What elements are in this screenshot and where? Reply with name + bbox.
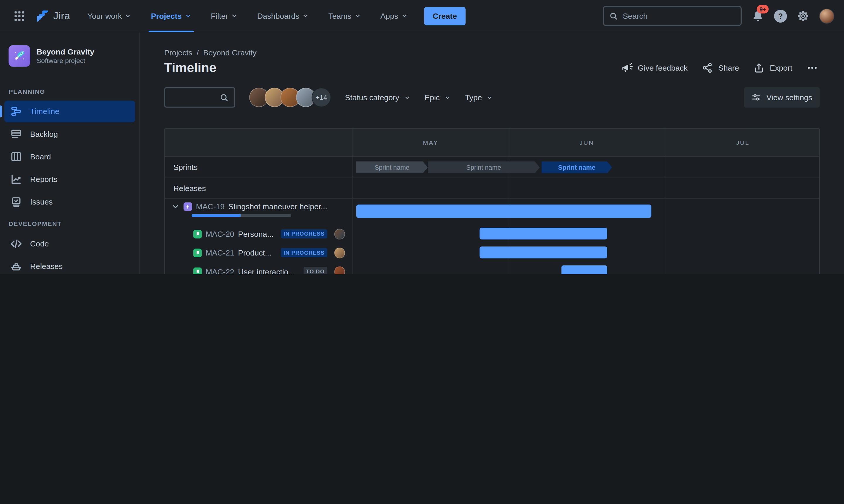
sidebar-item-issues[interactable]: Issues: [4, 191, 135, 213]
export-icon: [753, 62, 765, 74]
assignee-avatar[interactable]: [335, 247, 345, 258]
top-navigation: Jira Your work Projects Filter Dashboard…: [0, 0, 844, 32]
filter-bar: +14 Status category Epic Type: [140, 75, 844, 108]
status-badge: IN PROGRESS: [281, 248, 327, 257]
ellipsis-icon: [806, 62, 818, 74]
status-category-dropdown[interactable]: Status category: [345, 93, 411, 102]
backlog-icon: [10, 127, 22, 140]
issue-timeline-bar[interactable]: [480, 247, 607, 258]
chevron-down-icon: [184, 12, 191, 19]
sprint-name: Sprint name: [466, 163, 501, 171]
releases-label: Releases: [165, 184, 206, 193]
issue-title: Slingshot maneuver helper...: [228, 202, 327, 211]
more-actions-button[interactable]: [806, 62, 818, 74]
nav-apps[interactable]: Apps: [373, 0, 415, 32]
assignee-avatar[interactable]: [335, 266, 345, 274]
help-button[interactable]: ?: [774, 10, 787, 22]
sidebar-item-backlog[interactable]: Backlog: [4, 123, 135, 145]
issue-key: MAC-20: [206, 230, 234, 238]
month-label: MAY: [353, 129, 509, 157]
section-label-development: DEVELOPMENT: [0, 213, 140, 232]
issue-row[interactable]: MAC-22 User interactio... TO DO: [165, 262, 819, 274]
share-button[interactable]: Share: [702, 62, 739, 74]
timeline-panel: MAY JUN JUL Sprints Sprint name Sprint n…: [164, 128, 820, 274]
chevron-down-icon: [401, 12, 408, 19]
timeline-search-input[interactable]: [164, 87, 235, 108]
type-dropdown[interactable]: Type: [465, 93, 493, 102]
avatar-overflow-badge[interactable]: +14: [311, 88, 331, 107]
jira-logo-icon: [37, 10, 50, 22]
breadcrumb-projects[interactable]: Projects: [164, 48, 192, 57]
view-settings-button[interactable]: View settings: [744, 87, 820, 108]
nav-label: Your work: [87, 12, 122, 20]
jira-timeline-page: Jira Your work Projects Filter Dashboard…: [0, 0, 844, 274]
chevron-down-icon: [354, 12, 361, 19]
assignee-avatar[interactable]: [335, 229, 345, 239]
project-name: Beyond Gravity: [37, 48, 94, 56]
chevron-down-icon: [231, 12, 238, 19]
chevron-down-icon: [125, 12, 131, 19]
nav-label: Filter: [211, 12, 228, 20]
sidebar-item-releases[interactable]: Releases: [4, 255, 135, 274]
rocket-icon: [12, 49, 26, 63]
issue-row[interactable]: MAC-21 Product... IN PROGRESS: [165, 243, 819, 262]
issue-key: MAC-19: [196, 202, 225, 211]
header-actions: Give feedback Share Export: [621, 62, 818, 74]
issue-row[interactable]: MAC-20 Persona... IN PROGRESS: [165, 224, 819, 243]
progress-segment: [192, 214, 240, 217]
issue-title: Persona...: [238, 230, 273, 238]
sprint-name: Sprint name: [375, 163, 409, 171]
app-switcher-icon[interactable]: [10, 6, 29, 25]
create-button[interactable]: Create: [424, 7, 466, 25]
project-header[interactable]: Beyond Gravity Software project: [0, 45, 140, 80]
reports-icon: [10, 173, 22, 186]
notification-count-badge: 9+: [757, 5, 768, 13]
issue-timeline-bar[interactable]: [561, 266, 608, 274]
nav-dashboards[interactable]: Dashboards: [250, 0, 317, 32]
chevron-down-icon: [403, 94, 411, 101]
main-content: Projects / Beyond Gravity Timeline Give …: [140, 32, 844, 274]
chevron-down-icon: [302, 12, 309, 19]
title-bar: Timeline Give feedback: [140, 57, 844, 75]
sidebar-item-board[interactable]: Board: [4, 146, 135, 167]
story-icon: [193, 249, 202, 257]
nav-teams[interactable]: Teams: [321, 0, 369, 32]
issue-title: User interactio...: [238, 267, 295, 274]
issue-timeline-bar[interactable]: [480, 228, 607, 239]
sidebar-item-label: Board: [30, 152, 51, 161]
nav-projects[interactable]: Projects: [143, 0, 199, 32]
epic-dropdown[interactable]: Epic: [425, 93, 451, 102]
sidebar-item-reports[interactable]: Reports: [4, 168, 135, 190]
breadcrumb-project-name[interactable]: Beyond Gravity: [203, 48, 256, 57]
user-avatar[interactable]: [820, 8, 834, 23]
jira-logo[interactable]: Jira: [33, 10, 76, 22]
nav-label: Apps: [380, 12, 398, 20]
assignee-avatar-group[interactable]: +14: [249, 88, 331, 107]
nav-your-work[interactable]: Your work: [80, 0, 139, 32]
sidebar-item-label: Issues: [30, 198, 53, 206]
epic-chart-cell: [352, 199, 819, 224]
timeline-header-row: MAY JUN JUL: [165, 129, 819, 157]
give-feedback-button[interactable]: Give feedback: [621, 62, 687, 74]
story-icon: [193, 267, 202, 274]
sidebar-item-code[interactable]: Code: [4, 233, 135, 254]
sprint-bar[interactable]: Sprint name: [428, 161, 540, 173]
settings-gear-icon[interactable]: [796, 10, 809, 22]
sprints-row: Sprints Sprint name Sprint name Sprint n…: [165, 157, 819, 178]
search-placeholder: Search: [623, 12, 647, 20]
sprint-bar[interactable]: Sprint name: [356, 161, 428, 173]
global-search-input[interactable]: Search: [603, 6, 742, 26]
epic-row[interactable]: MAC-19 Slingshot maneuver helper...: [165, 199, 819, 224]
issue-key: MAC-22: [206, 267, 234, 274]
nav-filter[interactable]: Filter: [203, 0, 246, 32]
epic-icon: [183, 202, 192, 211]
notifications-button[interactable]: 9+: [751, 10, 764, 22]
sprint-bar-active[interactable]: Sprint name: [542, 161, 612, 173]
export-button[interactable]: Export: [753, 62, 792, 74]
chevron-down-icon[interactable]: [171, 202, 180, 211]
lightning-icon: [185, 204, 191, 209]
sidebar-item-timeline[interactable]: Timeline: [4, 101, 135, 122]
chevron-down-icon: [444, 94, 451, 101]
epic-timeline-bar[interactable]: [356, 204, 651, 218]
sliders-icon: [751, 93, 761, 102]
